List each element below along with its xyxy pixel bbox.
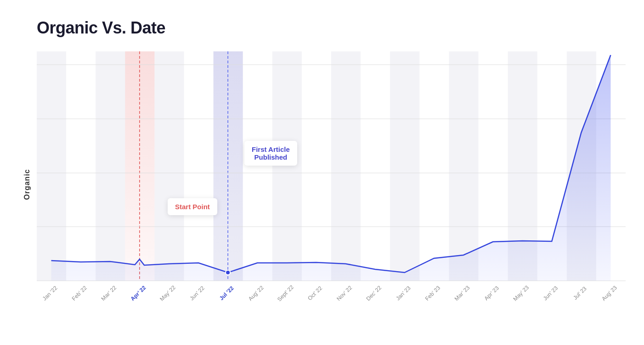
- y-axis-label: Organic: [23, 169, 31, 200]
- svg-text:Feb’ 23: Feb’ 23: [424, 284, 442, 302]
- svg-rect-2: [154, 51, 184, 281]
- chart-title: Organic Vs. Date: [37, 18, 626, 38]
- svg-text:Mar’ 23: Mar’ 23: [453, 284, 471, 302]
- svg-text:May’ 22: May’ 22: [158, 284, 177, 302]
- svg-text:Mar’ 22: Mar’ 22: [100, 284, 118, 302]
- svg-rect-5: [331, 51, 361, 281]
- svg-text:Jan’ 23: Jan’ 23: [395, 285, 412, 302]
- svg-text:Jul’ 23: Jul’ 23: [572, 285, 588, 301]
- svg-text:Oct’ 22: Oct’ 22: [306, 285, 323, 302]
- svg-text:Aug’ 23: Aug’ 23: [600, 284, 618, 302]
- svg-text:Jun’ 23: Jun’ 23: [542, 285, 559, 302]
- svg-text:Dec’ 22: Dec’ 22: [365, 284, 383, 302]
- svg-text:Sept’ 22: Sept’ 22: [276, 284, 295, 303]
- svg-text:Jul ’22: Jul ’22: [218, 285, 235, 301]
- svg-rect-4: [272, 51, 302, 281]
- svg-point-24: [226, 270, 230, 275]
- svg-text:Apr’ 22: Apr’ 22: [129, 284, 147, 302]
- svg-text:Nov’ 22: Nov’ 22: [335, 284, 353, 302]
- svg-rect-0: [37, 51, 66, 281]
- svg-rect-1: [96, 51, 125, 281]
- svg-rect-6: [390, 51, 419, 281]
- svg-text:Jun’ 22: Jun’ 22: [188, 285, 206, 302]
- svg-text:Apr’ 23: Apr’ 23: [483, 285, 501, 302]
- svg-rect-7: [449, 51, 478, 281]
- svg-text:May’ 23: May’ 23: [512, 284, 530, 302]
- chart-area: Organic: [37, 51, 626, 317]
- chart-container: Organic Vs. Date Organic: [0, 0, 644, 345]
- svg-text:Feb’ 22: Feb’ 22: [71, 284, 89, 302]
- chart-svg: 0 200 400 600 800 Jan ’22 Feb’ 22 Mar’ 2…: [37, 51, 626, 317]
- chart-svg-wrapper: 0 200 400 600 800 Jan ’22 Feb’ 22 Mar’ 2…: [37, 51, 626, 317]
- svg-text:Aug’ 22: Aug’ 22: [247, 284, 265, 302]
- svg-text:Jan ’22: Jan ’22: [41, 284, 59, 301]
